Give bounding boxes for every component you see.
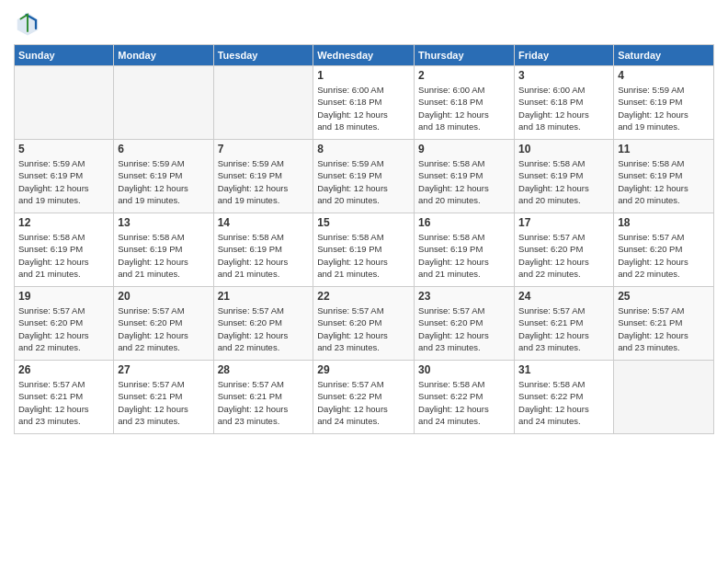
day-info: Sunrise: 5:59 AM Sunset: 6:19 PM Dayligh… <box>118 157 209 206</box>
calendar-cell: 30Sunrise: 5:58 AM Sunset: 6:22 PM Dayli… <box>415 361 515 434</box>
day-number: 30 <box>418 363 510 376</box>
calendar-cell: 5Sunrise: 5:59 AM Sunset: 6:19 PM Daylig… <box>15 140 114 213</box>
weekday-header-sunday: Sunday <box>15 45 114 66</box>
day-info: Sunrise: 5:58 AM Sunset: 6:19 PM Dayligh… <box>418 231 510 280</box>
day-info: Sunrise: 5:59 AM Sunset: 6:19 PM Dayligh… <box>317 157 410 206</box>
calendar-cell: 26Sunrise: 5:57 AM Sunset: 6:21 PM Dayli… <box>15 361 114 434</box>
calendar-cell: 20Sunrise: 5:57 AM Sunset: 6:20 PM Dayli… <box>114 287 213 361</box>
day-info: Sunrise: 5:58 AM Sunset: 6:22 PM Dayligh… <box>418 378 510 427</box>
day-info: Sunrise: 6:00 AM Sunset: 6:18 PM Dayligh… <box>317 84 410 132</box>
day-info: Sunrise: 5:59 AM Sunset: 6:19 PM Dayligh… <box>618 84 710 132</box>
day-number: 26 <box>18 363 109 376</box>
calendar-cell: 6Sunrise: 5:59 AM Sunset: 6:19 PM Daylig… <box>114 140 213 213</box>
calendar-week-5: 26Sunrise: 5:57 AM Sunset: 6:21 PM Dayli… <box>15 361 714 434</box>
day-info: Sunrise: 5:57 AM Sunset: 6:21 PM Dayligh… <box>118 378 209 427</box>
calendar-cell: 22Sunrise: 5:57 AM Sunset: 6:20 PM Dayli… <box>313 287 415 361</box>
day-number: 23 <box>418 290 510 303</box>
calendar-cell: 23Sunrise: 5:57 AM Sunset: 6:20 PM Dayli… <box>415 287 515 361</box>
day-info: Sunrise: 5:57 AM Sunset: 6:22 PM Dayligh… <box>317 378 410 427</box>
weekday-header-friday: Friday <box>515 45 614 66</box>
calendar-cell: 25Sunrise: 5:57 AM Sunset: 6:21 PM Dayli… <box>614 287 714 361</box>
calendar-cell: 18Sunrise: 5:57 AM Sunset: 6:20 PM Dayli… <box>614 213 714 287</box>
day-info: Sunrise: 5:57 AM Sunset: 6:21 PM Dayligh… <box>218 378 310 427</box>
calendar-cell: 21Sunrise: 5:57 AM Sunset: 6:20 PM Dayli… <box>213 287 313 361</box>
calendar-week-3: 12Sunrise: 5:58 AM Sunset: 6:19 PM Dayli… <box>15 213 714 287</box>
day-info: Sunrise: 5:57 AM Sunset: 6:21 PM Dayligh… <box>518 304 609 353</box>
day-info: Sunrise: 5:59 AM Sunset: 6:19 PM Dayligh… <box>218 157 310 206</box>
day-number: 24 <box>518 290 609 303</box>
day-number: 21 <box>218 290 310 303</box>
weekday-header-monday: Monday <box>114 45 213 66</box>
day-number: 20 <box>118 290 209 303</box>
day-info: Sunrise: 5:58 AM Sunset: 6:19 PM Dayligh… <box>618 157 710 206</box>
calendar-week-4: 19Sunrise: 5:57 AM Sunset: 6:20 PM Dayli… <box>15 287 714 361</box>
calendar-cell <box>114 66 213 140</box>
weekday-header-wednesday: Wednesday <box>313 45 415 66</box>
day-info: Sunrise: 5:59 AM Sunset: 6:19 PM Dayligh… <box>18 157 109 206</box>
day-info: Sunrise: 6:00 AM Sunset: 6:18 PM Dayligh… <box>418 84 510 132</box>
day-number: 12 <box>18 216 109 229</box>
day-number: 31 <box>518 363 609 376</box>
calendar-cell: 9Sunrise: 5:58 AM Sunset: 6:19 PM Daylig… <box>415 140 515 213</box>
day-info: Sunrise: 5:57 AM Sunset: 6:20 PM Dayligh… <box>317 304 410 353</box>
day-number: 28 <box>218 363 310 376</box>
header <box>14 9 714 37</box>
calendar-cell: 4Sunrise: 5:59 AM Sunset: 6:19 PM Daylig… <box>614 66 714 140</box>
day-info: Sunrise: 5:58 AM Sunset: 6:19 PM Dayligh… <box>317 231 410 280</box>
day-number: 9 <box>418 143 510 155</box>
calendar-cell: 14Sunrise: 5:58 AM Sunset: 6:19 PM Dayli… <box>213 213 313 287</box>
calendar-cell: 19Sunrise: 5:57 AM Sunset: 6:20 PM Dayli… <box>15 287 114 361</box>
day-number: 3 <box>518 69 609 82</box>
day-number: 27 <box>118 363 209 376</box>
day-info: Sunrise: 5:57 AM Sunset: 6:20 PM Dayligh… <box>18 304 109 353</box>
day-number: 17 <box>518 216 609 229</box>
day-info: Sunrise: 5:57 AM Sunset: 6:21 PM Dayligh… <box>618 304 710 353</box>
day-number: 4 <box>618 69 710 82</box>
calendar-cell: 27Sunrise: 5:57 AM Sunset: 6:21 PM Dayli… <box>114 361 213 434</box>
calendar-cell: 17Sunrise: 5:57 AM Sunset: 6:20 PM Dayli… <box>515 213 614 287</box>
day-number: 6 <box>118 143 209 155</box>
day-info: Sunrise: 5:58 AM Sunset: 6:19 PM Dayligh… <box>118 231 209 280</box>
calendar-cell: 2Sunrise: 6:00 AM Sunset: 6:18 PM Daylig… <box>415 66 515 140</box>
page-container: SundayMondayTuesdayWednesdayThursdayFrid… <box>0 0 728 443</box>
calendar-cell: 24Sunrise: 5:57 AM Sunset: 6:21 PM Dayli… <box>515 287 614 361</box>
weekday-header-tuesday: Tuesday <box>213 45 313 66</box>
day-number: 10 <box>518 143 609 155</box>
day-number: 13 <box>118 216 209 229</box>
calendar-cell: 29Sunrise: 5:57 AM Sunset: 6:22 PM Dayli… <box>313 361 415 434</box>
calendar-cell: 1Sunrise: 6:00 AM Sunset: 6:18 PM Daylig… <box>313 66 415 140</box>
calendar-cell <box>213 66 313 140</box>
day-info: Sunrise: 5:57 AM Sunset: 6:20 PM Dayligh… <box>118 304 209 353</box>
calendar-cell: 15Sunrise: 5:58 AM Sunset: 6:19 PM Dayli… <box>313 213 415 287</box>
calendar-cell: 11Sunrise: 5:58 AM Sunset: 6:19 PM Dayli… <box>614 140 714 213</box>
day-number: 25 <box>618 290 710 303</box>
day-info: Sunrise: 5:57 AM Sunset: 6:20 PM Dayligh… <box>418 304 510 353</box>
calendar-cell: 31Sunrise: 5:58 AM Sunset: 6:22 PM Dayli… <box>515 361 614 434</box>
calendar-cell: 12Sunrise: 5:58 AM Sunset: 6:19 PM Dayli… <box>15 213 114 287</box>
calendar-cell: 13Sunrise: 5:58 AM Sunset: 6:19 PM Dayli… <box>114 213 213 287</box>
day-number: 19 <box>18 290 109 303</box>
calendar-cell: 10Sunrise: 5:58 AM Sunset: 6:19 PM Dayli… <box>515 140 614 213</box>
calendar-cell <box>614 361 714 434</box>
day-info: Sunrise: 5:58 AM Sunset: 6:19 PM Dayligh… <box>418 157 510 206</box>
logo-icon <box>14 9 41 37</box>
day-info: Sunrise: 5:58 AM Sunset: 6:22 PM Dayligh… <box>518 378 609 427</box>
weekday-header-row: SundayMondayTuesdayWednesdayThursdayFrid… <box>15 45 714 66</box>
day-number: 5 <box>18 143 109 155</box>
day-number: 16 <box>418 216 510 229</box>
calendar-week-2: 5Sunrise: 5:59 AM Sunset: 6:19 PM Daylig… <box>15 140 714 213</box>
day-number: 22 <box>317 290 410 303</box>
day-number: 14 <box>218 216 310 229</box>
day-number: 2 <box>418 69 510 82</box>
day-info: Sunrise: 5:57 AM Sunset: 6:20 PM Dayligh… <box>518 231 609 280</box>
calendar-cell: 8Sunrise: 5:59 AM Sunset: 6:19 PM Daylig… <box>313 140 415 213</box>
calendar-cell: 7Sunrise: 5:59 AM Sunset: 6:19 PM Daylig… <box>213 140 313 213</box>
weekday-header-saturday: Saturday <box>614 45 714 66</box>
day-info: Sunrise: 5:57 AM Sunset: 6:21 PM Dayligh… <box>18 378 109 427</box>
day-number: 11 <box>618 143 710 155</box>
day-info: Sunrise: 6:00 AM Sunset: 6:18 PM Dayligh… <box>518 84 609 132</box>
calendar-cell: 3Sunrise: 6:00 AM Sunset: 6:18 PM Daylig… <box>515 66 614 140</box>
day-number: 29 <box>317 363 410 376</box>
day-info: Sunrise: 5:57 AM Sunset: 6:20 PM Dayligh… <box>218 304 310 353</box>
logo <box>14 9 45 37</box>
